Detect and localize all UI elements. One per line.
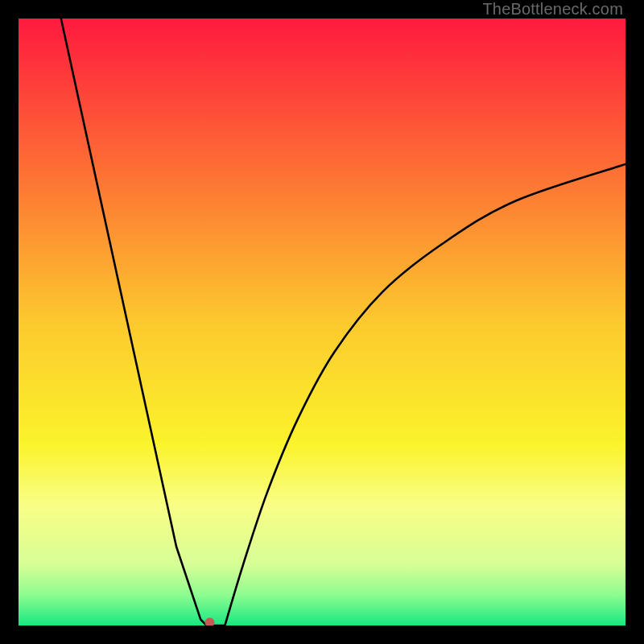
chart-frame — [19, 19, 625, 625]
chart-svg — [19, 19, 625, 625]
watermark-text: TheBottleneck.com — [482, 0, 623, 19]
chart-background — [19, 19, 625, 625]
